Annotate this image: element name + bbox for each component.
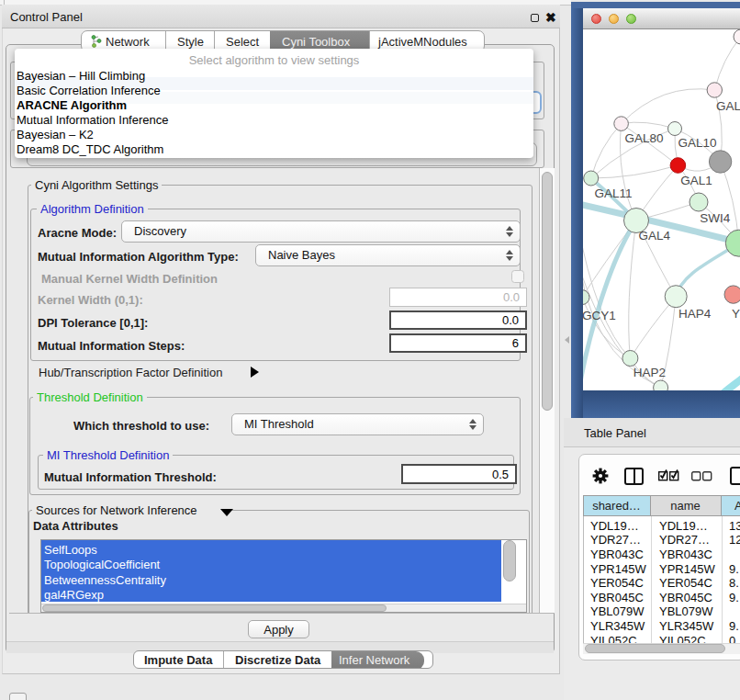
svg-text:GAL10: GAL10: [678, 136, 716, 150]
svg-text:GCY1: GCY1: [583, 309, 616, 322]
svg-text:HAP4: HAP4: [678, 307, 712, 321]
svg-text:GAL11: GAL11: [594, 186, 632, 200]
svg-text:GAL1: GAL1: [680, 174, 712, 187]
svg-text:SWI4: SWI4: [700, 211, 730, 225]
svg-text:GAL80: GAL80: [624, 131, 663, 145]
svg-text:GAL4: GAL4: [639, 229, 671, 243]
svg-text:GAL7: GAL7: [716, 99, 740, 113]
svg-text:YJL: YJL: [732, 307, 740, 321]
svg-text:HAP2: HAP2: [633, 366, 666, 379]
